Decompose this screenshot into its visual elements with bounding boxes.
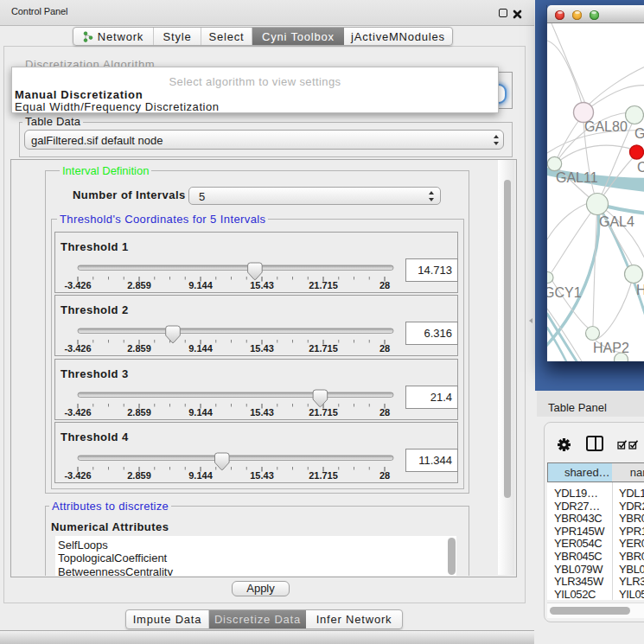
svg-text:HAP2: HAP2 <box>593 341 629 355</box>
svg-text:28: 28 <box>379 407 390 418</box>
svg-text:28: 28 <box>379 343 390 354</box>
svg-text:-3.426: -3.426 <box>64 343 91 354</box>
svg-text:-3.426: -3.426 <box>64 280 91 290</box>
svg-text:9.144: 9.144 <box>188 343 213 354</box>
svg-text:15.43: 15.43 <box>250 470 274 481</box>
svg-text:21.715: 21.715 <box>309 407 338 418</box>
svg-text:9.144: 9.144 <box>188 470 213 481</box>
svg-text:9.144: 9.144 <box>188 280 213 290</box>
svg-text:15.43: 15.43 <box>250 343 274 354</box>
svg-text:GAL4: GAL4 <box>599 214 634 229</box>
svg-text:15.43: 15.43 <box>250 407 274 418</box>
svg-text:2.859: 2.859 <box>127 407 151 418</box>
svg-text:21.715: 21.715 <box>309 343 338 354</box>
svg-text:GCY1: GCY1 <box>547 285 582 300</box>
svg-text:28: 28 <box>379 280 390 290</box>
svg-text:9.144: 9.144 <box>188 407 213 418</box>
svg-text:28: 28 <box>379 470 390 481</box>
svg-text:-3.426: -3.426 <box>64 407 91 418</box>
svg-text:21.715: 21.715 <box>309 280 338 290</box>
svg-text:15.43: 15.43 <box>250 280 274 290</box>
svg-text:HI: HI <box>636 283 644 297</box>
svg-text:21.715: 21.715 <box>309 470 338 481</box>
svg-text:-3.426: -3.426 <box>64 470 91 481</box>
svg-text:2.859: 2.859 <box>127 280 151 290</box>
svg-text:2.859: 2.859 <box>127 470 151 481</box>
svg-text:GAL7: GAL7 <box>634 126 644 141</box>
svg-text:GAL80: GAL80 <box>584 119 628 134</box>
svg-text:C: C <box>637 160 644 175</box>
svg-text:2.859: 2.859 <box>127 343 151 354</box>
svg-text:GAL11: GAL11 <box>556 170 598 185</box>
